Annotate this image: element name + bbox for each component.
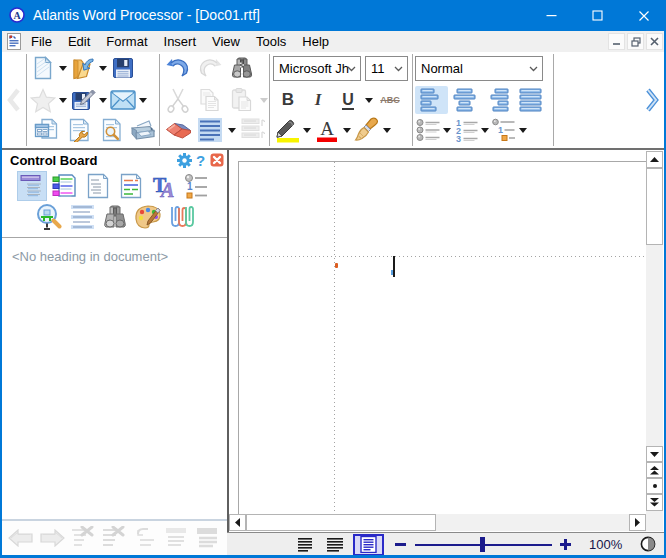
cb-tab-fields[interactable] [117,172,145,200]
scroll-down-button[interactable] [646,446,663,462]
format-painter-button[interactable] [353,116,381,144]
align-right-button[interactable] [481,86,514,114]
cb-tab-headings[interactable] [18,172,46,200]
strikethrough-button[interactable]: ABC [375,86,405,114]
print-preview-button[interactable] [95,116,127,144]
cb-tab-preview[interactable] [35,203,63,231]
bold-button[interactable]: B [273,86,303,114]
page-layout-view-button[interactable] [353,534,384,556]
numbered-list-button[interactable]: 123 [453,116,479,144]
save-as-dropdown[interactable] [97,86,109,114]
chevron-right-icon[interactable] [643,87,661,113]
scroll-right-button[interactable] [629,514,646,531]
bullet-list-dropdown[interactable] [441,116,453,144]
menu-file[interactable]: File [23,31,60,52]
cb-tab-sections[interactable] [84,172,112,200]
align-justify-button[interactable] [514,86,547,114]
font-color-dropdown[interactable] [341,116,353,144]
highlight-dropdown[interactable] [301,116,313,144]
horizontal-scrollbar-thumb[interactable] [246,514,436,531]
font-size-combobox[interactable]: 11 [365,56,408,81]
font-color-button[interactable]: A [313,116,341,144]
document-area[interactable] [229,150,646,514]
previous-page-button[interactable] [646,462,663,478]
draft-view-button[interactable] [293,534,317,555]
underline-dropdown[interactable] [363,86,375,114]
cb-tab-paragraphs[interactable] [68,203,96,231]
email-button[interactable] [109,86,137,114]
menu-tools[interactable]: Tools [248,31,294,52]
new-document-dropdown[interactable] [57,54,69,82]
multilevel-list-button[interactable]: 1 [491,116,517,144]
cb-outline-icon: 1 [184,173,210,199]
open-button[interactable] [69,54,97,82]
status-bar: 100% [227,532,664,555]
cb-tab-attachments[interactable] [167,203,195,231]
menu-format[interactable]: Format [98,31,155,52]
dropdown-icon [139,98,147,103]
control-board-settings-button[interactable] [177,152,192,168]
online-view-button[interactable] [323,534,347,555]
cb-binoculars-icon [101,204,129,230]
scroll-left-button[interactable] [229,514,246,531]
open-dropdown[interactable] [97,54,109,82]
multilevel-list-dropdown[interactable] [517,116,529,144]
document-tools-button[interactable] [63,116,95,144]
minimize-button[interactable] [529,0,574,31]
close-button[interactable] [621,0,666,31]
numbered-list-dropdown[interactable] [479,116,491,144]
erase-formatting-button[interactable] [162,116,194,144]
control-board-help-button[interactable]: ? [193,152,208,168]
cb-tab-structure[interactable] [51,172,79,200]
cb-tab-search[interactable] [101,203,129,231]
toolbar-group-paragraph: Normal 1231 [414,52,553,148]
paragraph-button[interactable] [194,116,226,144]
undo-button[interactable] [162,54,194,82]
save-as-button[interactable] [69,86,97,114]
mdi-minimize-button[interactable] [608,33,625,50]
font-name-combobox[interactable]: Microsoft Jh [273,56,361,81]
italic-button[interactable]: I [303,86,333,114]
numbered-list-icon: 123 [454,118,479,142]
paragraph-dropdown[interactable] [226,116,238,144]
new-document-button[interactable] [29,54,57,82]
menu-help[interactable]: Help [294,31,337,52]
find-button[interactable] [226,54,258,82]
chevron-left-icon[interactable] [5,87,22,113]
window-border-left [0,31,2,555]
highlight-button[interactable] [273,116,301,144]
menu-view[interactable]: View [204,31,248,52]
view-mode-buttons [293,534,390,555]
menu-insert[interactable]: Insert [156,31,205,52]
favorites-dropdown[interactable] [57,86,69,114]
control-board-close-button[interactable] [209,152,224,168]
align-center-button[interactable] [448,86,481,114]
cb-tab-outline[interactable]: 1 [183,172,211,200]
zoom-slider-handle[interactable] [480,537,485,552]
document-properties-button[interactable] [31,116,63,144]
print-button[interactable] [127,116,159,144]
scroll-up-button[interactable] [646,151,663,168]
bullet-list-button[interactable] [415,116,441,144]
zoom-out-button[interactable] [395,543,406,546]
style-combobox[interactable]: Normal [415,56,543,81]
menu-edit[interactable]: Edit [60,31,98,52]
maximize-button[interactable] [575,0,620,31]
vertical-scrollbar[interactable] [646,151,663,514]
cb-tab-appearance[interactable] [134,203,162,231]
save-button[interactable] [109,54,137,82]
bullet-list-icon [416,118,441,142]
fullscreen-toggle-icon[interactable] [640,536,656,552]
panel-splitter[interactable] [227,150,229,532]
cb-tab-fonts[interactable]: TA [150,172,178,200]
mdi-close-button[interactable] [646,33,663,50]
format-painter-dropdown[interactable] [381,116,393,144]
horizontal-scrollbar[interactable] [229,514,646,531]
mdi-restore-button[interactable] [627,33,644,50]
email-dropdown[interactable] [137,86,149,114]
vertical-scrollbar-thumb[interactable] [646,168,663,245]
next-page-button[interactable] [646,494,663,511]
align-left-button[interactable] [415,86,448,114]
underline-button[interactable]: U [333,86,363,114]
browse-object-button[interactable] [646,478,663,494]
